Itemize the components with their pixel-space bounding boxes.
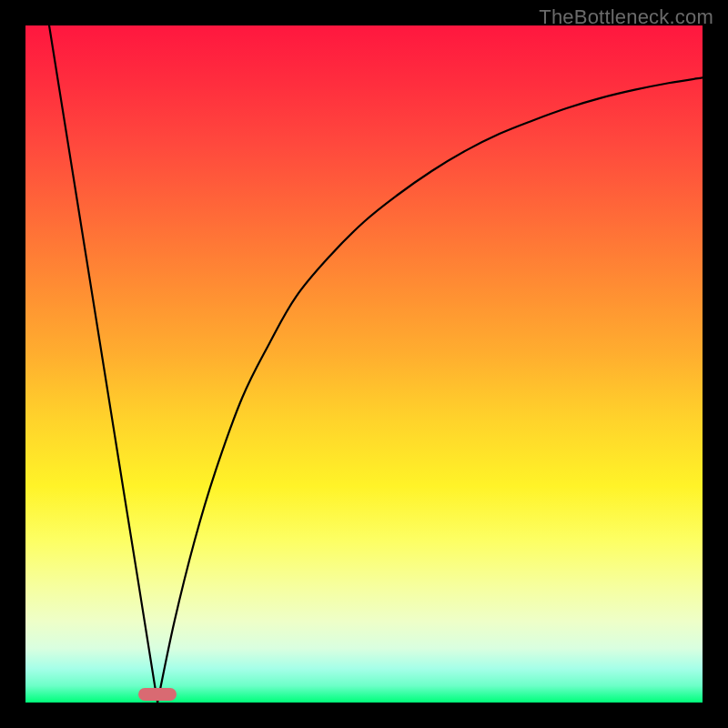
plot-area	[25, 25, 703, 703]
bottleneck-curve	[25, 25, 703, 703]
watermark-text: TheBottleneck.com	[539, 5, 713, 29]
plot-frame	[25, 25, 703, 703]
optimal-marker	[138, 688, 177, 701]
